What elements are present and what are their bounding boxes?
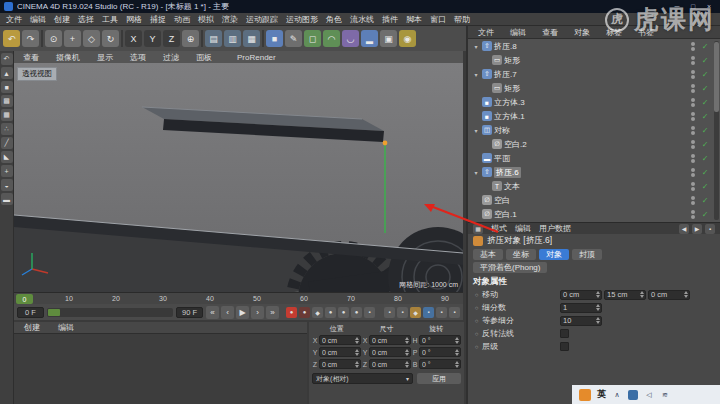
spinner[interactable] [355,337,359,344]
object-row[interactable]: ▬ 平面 ✓ [468,151,720,165]
object-row[interactable]: ∅ 空白.1 ✓ [468,207,720,221]
menu-item[interactable]: 模拟 [194,14,218,25]
object-name[interactable]: 立方体.1 [494,111,525,122]
enabled-check-icon[interactable]: ✓ [700,196,710,205]
record-rotation-icon[interactable]: ● [351,307,362,318]
maximize-button[interactable]: □ [686,1,700,12]
object-name[interactable]: 空白.2 [504,139,527,150]
minimize-button[interactable]: ─ [670,1,684,12]
attribute-tab[interactable]: 基本 [473,249,503,260]
expander-icon[interactable]: ▾ [472,71,480,78]
object-name[interactable]: 挤压.7 [494,69,517,80]
viewport-menu-item[interactable]: 摄像机 [52,52,84,63]
spinner[interactable] [355,361,359,368]
rotate-tool-icon[interactable]: ↻ [102,30,119,47]
viewport-3d-canvas[interactable]: 透视视图 网格间距: 1000 cm [14,63,463,292]
attribute-tab[interactable]: 平滑着色(Phong) [473,262,547,273]
expander-icon[interactable]: ▾ [472,43,480,50]
next-frame-button[interactable]: › [251,306,264,319]
menu-item[interactable]: 插件 [378,14,402,25]
object-manager-menu-item[interactable]: 书签 [634,27,658,38]
render-view-icon[interactable]: ▤ [205,30,222,47]
autokey-icon[interactable]: ● [299,307,310,318]
move-tool-icon[interactable]: + [64,30,81,47]
anim-dot-icon[interactable]: ○ [473,344,480,350]
enabled-check-icon[interactable]: ✓ [700,112,710,121]
object-name[interactable]: 矩形 [504,83,520,94]
model-mode-icon[interactable]: ■ [1,81,13,93]
generator-icon[interactable]: ◠ [323,30,340,47]
scrollbar-thumb[interactable] [714,42,719,112]
spinner[interactable] [405,349,409,356]
enabled-check-icon[interactable]: ✓ [700,182,710,191]
object-name[interactable]: 空白 [494,195,510,206]
object-row[interactable]: ∅ 空白.2 ✓ [468,137,720,151]
attribute-menu-item[interactable]: 编辑 [515,223,531,234]
object-row[interactable]: ▭ 矩形 ✓ [468,81,720,95]
anim-dot-icon[interactable]: ○ [473,318,480,324]
object-manager-menu-item[interactable]: 对象 [570,27,594,38]
object-name[interactable]: 对称 [494,125,510,136]
light-icon[interactable]: ◉ [399,30,416,47]
position-field[interactable]: 0 cm [319,359,361,369]
enabled-check-icon[interactable]: ✓ [700,210,710,219]
attribute-tab[interactable]: 封顶 [572,249,602,260]
separator[interactable] [262,30,264,47]
object-row[interactable]: ▾ ◫ 对称 ✓ [468,123,720,137]
move-y-field[interactable]: 15 cm [604,290,646,300]
object-tree-scrollbar[interactable] [714,41,719,220]
attribute-menu-item[interactable]: 用户数据 [539,223,571,234]
menu-item[interactable]: 窗口 [426,14,450,25]
attribute-tab[interactable]: 坐标 [506,249,536,260]
visibility-toggles[interactable] [691,140,695,149]
viewport-menu-item[interactable]: 过滤 [159,52,183,63]
spinner[interactable] [405,337,409,344]
visibility-toggles[interactable] [691,168,695,177]
object-name[interactable]: 挤压.8 [494,41,517,52]
object-row[interactable]: ∅ 空白 ✓ [468,193,720,207]
object-row[interactable]: ■ 立方体.1 ✓ [468,109,720,123]
x-axis-lock-icon[interactable]: X [125,30,142,47]
quantize-icon[interactable]: ▪ [436,307,447,318]
material-menu-item[interactable]: 创建 [20,322,44,333]
enabled-check-icon[interactable]: ✓ [700,154,710,163]
menu-item[interactable]: 运动跟踪 [242,14,282,25]
lock-panel-icon[interactable]: ▪ [705,224,715,234]
camera-icon[interactable]: ▣ [380,30,397,47]
frame-range-slider[interactable] [47,308,173,317]
spinner[interactable] [455,349,459,356]
position-field[interactable]: 0 cm [319,347,361,357]
object-name[interactable]: 立方体.3 [494,97,525,108]
spinner[interactable] [455,337,459,344]
anim-dot-icon[interactable]: ○ [473,305,480,311]
menu-item[interactable]: 运动图形 [282,14,322,25]
object-row[interactable]: ▾ ⇧ 挤压.6 ✓ [468,165,720,179]
object-row[interactable]: ▾ ⇧ 挤压.8 ✓ [468,39,720,53]
record-keyframe-icon[interactable]: ● [286,307,297,318]
viewport-menu-item[interactable]: 选项 [126,52,150,63]
snap-mode-icon[interactable]: ◒ [1,179,13,191]
object-row[interactable]: T 文本 ✓ [468,179,720,193]
move-z-field[interactable]: 0 cm [648,290,690,300]
move-x-field[interactable]: 0 cm [560,290,602,300]
spline-pen-icon[interactable]: ✎ [285,30,302,47]
separator[interactable] [41,30,43,47]
rotation-field[interactable]: 0 ° [419,347,461,357]
prev-frame-button[interactable]: ‹ [221,306,234,319]
visibility-toggles[interactable] [691,70,695,79]
visibility-toggles[interactable] [691,154,695,163]
taskbar-app-icon[interactable] [579,389,591,401]
ime-language-indicator[interactable]: 英 [597,388,606,401]
attribute-tab[interactable]: 对象 [539,249,569,260]
separator[interactable] [121,30,123,47]
live-selection-icon[interactable]: ⊙ [45,30,62,47]
timeline-playhead[interactable]: 0 [16,294,33,304]
volume-icon[interactable]: ◁ [644,390,654,400]
goto-end-button[interactable]: » [266,306,279,319]
spinner[interactable] [455,361,459,368]
spinner[interactable] [405,361,409,368]
primitive-cube-icon[interactable]: ■ [266,30,283,47]
visibility-toggles[interactable] [691,112,695,121]
viewport-menu-item[interactable]: ProRender [233,53,280,62]
polygons-mode-icon[interactable]: ◣ [1,151,13,163]
